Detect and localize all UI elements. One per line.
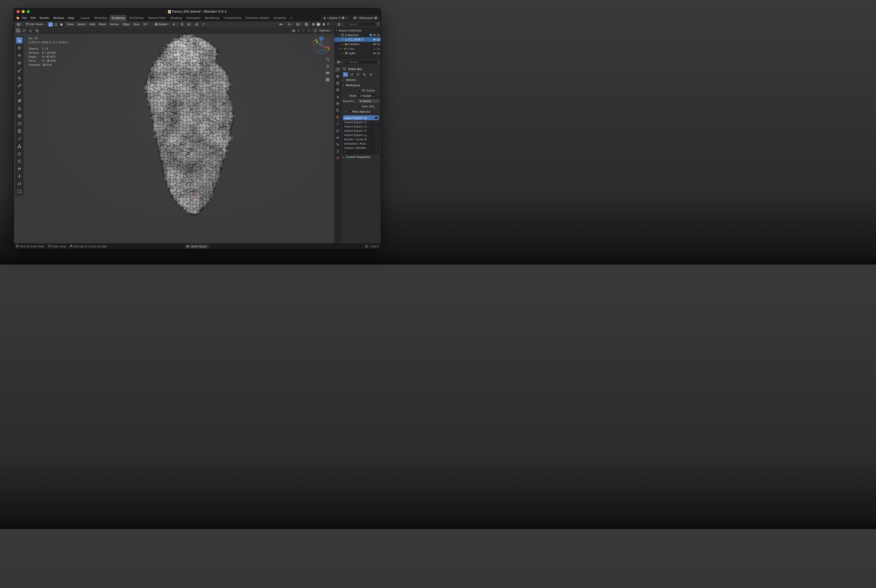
gizmo-neg-y-axis[interactable] [325,48,328,51]
expander-icon[interactable]: ▸ [341,52,344,54]
proportional-edit-toggle[interactable] [194,22,200,27]
proportional-falloff-dropdown[interactable]: ▾ [200,22,208,27]
pivot-point-dropdown[interactable]: ▾ [171,22,179,27]
workspace-mode-dropdown[interactable]: Sculpt ... ▾ [358,94,380,98]
particles-tab[interactable] [335,128,341,133]
edge-slide-tool[interactable] [16,165,23,172]
render-camera-icon[interactable] [377,43,380,45]
mode-dropdown[interactable]: Edit Mode ▾ [24,22,47,27]
anim-player-indicator[interactable]: Anim Player [185,244,210,249]
addon-row[interactable]: System: Blender ... [343,146,379,150]
spin-tool[interactable] [16,150,23,157]
modifier-tab[interactable] [335,122,341,126]
addon-checkbox[interactable] [375,117,377,119]
xray-toggle[interactable] [304,22,309,27]
object-data-tab[interactable] [335,148,341,154]
tool-mode-invert-button[interactable] [362,72,367,77]
select-box-tool[interactable] [16,37,23,44]
measure-tool[interactable] [16,90,23,96]
menu-vertex[interactable]: Vertex [108,22,120,27]
properties-search-input[interactable] [349,60,376,63]
world-tab[interactable] [335,101,341,106]
options-panel-header[interactable]: ▸ Options :::: [342,77,380,82]
gizmos-dropdown[interactable]: ▾ [286,22,294,27]
transform-orientation-dropdown[interactable]: Global ▾ [153,22,170,27]
expander-icon[interactable]: ▸ [341,43,344,45]
filter-addons-header[interactable]: ▾ Filter Add-ons [342,109,380,114]
shrink-fatten-tool[interactable] [16,173,23,180]
outliner-row-cube[interactable]: ▸ Cube [335,46,381,51]
menu-face[interactable]: Face [132,22,141,27]
scale-tool[interactable] [16,67,23,74]
workspace-tab-animation[interactable]: Animation [184,15,203,21]
snap-settings-dropdown[interactable]: ▾ [186,22,193,27]
knife-tool[interactable] [16,135,23,142]
panel-grip[interactable]: :::: [376,84,380,86]
constraints-tab[interactable] [335,142,341,147]
extrude-region-tool[interactable] [16,105,23,112]
pan-hand-button[interactable] [325,64,330,68]
loop-cut-tool[interactable] [16,128,23,134]
stop-player-icon[interactable] [186,244,189,248]
tool-mode-new-button[interactable] [343,72,348,77]
cursor-tool[interactable] [16,45,23,51]
edge-select-mode-button[interactable] [53,22,59,27]
hide-eye-icon[interactable] [373,39,376,41]
overlays-dropdown[interactable]: ▾ [295,22,303,27]
shading-material-button[interactable] [321,22,326,27]
menu-add[interactable]: Add [88,22,96,27]
pin-icon[interactable] [338,16,341,19]
pin-scene-checkbox[interactable] [358,89,361,92]
addon-row[interactable]: Import-Export: g... [343,133,379,137]
object-tab[interactable] [335,115,341,120]
add-cube-tool[interactable] [16,98,23,104]
menu-edge[interactable]: Edge [121,22,131,27]
addon-checkbox[interactable] [375,134,377,136]
addon-row[interactable]: Import-Export: S... [343,120,379,124]
physics-tab[interactable] [335,135,341,140]
menu-window[interactable]: Window [51,16,66,20]
addon-checkbox[interactable] [375,147,377,149]
workspace-tab-uv-editing[interactable]: UV Editing [127,15,146,21]
addon-checkbox[interactable] [375,142,377,145]
addon-checkbox[interactable] [375,125,377,128]
outliner-row-light[interactable]: ▸ Light [335,51,381,56]
outliner-search-input[interactable] [349,22,374,26]
vertex-select-mode-button[interactable] [48,22,53,27]
hide-eye-icon[interactable] [373,34,376,36]
select-mode-extend-button[interactable] [22,28,27,33]
expander-icon[interactable]: ▾ [338,34,341,36]
panel-expander-icon[interactable]: ▸ [342,156,345,158]
bevel-tool[interactable] [16,120,23,127]
panel-grip[interactable]: :::: [376,79,380,81]
render-tab[interactable] [335,74,341,79]
addon-row[interactable]: Animation: Pose ... [343,141,379,146]
ortho-grid-button[interactable] [325,77,330,82]
render-camera-icon[interactable] [377,39,380,41]
tool-mode-intersect-button[interactable] [368,72,373,77]
menu-uv[interactable]: UV [142,22,149,27]
panel-expander-icon[interactable]: ▾ [342,84,345,86]
workspace-tab-shading[interactable]: Shading [168,15,184,21]
face-select-mode-button[interactable] [59,22,64,27]
outliner-row-scene-collection[interactable]: ▾ Scene Collection [335,28,381,33]
addon-row[interactable]: Import-Export: B... [343,116,379,120]
viewlayer-selector[interactable]: ▾ ViewLayer [352,16,379,20]
shear-tool[interactable] [16,181,23,187]
tool-mode-subtract-button[interactable] [356,72,361,77]
mirror-y-button[interactable]: Y [302,28,306,33]
select-mode-subtract-button[interactable] [28,28,33,33]
close-window-button[interactable] [17,10,20,13]
menu-edit[interactable]: Edit [29,16,37,20]
panel-expander-icon[interactable]: ▾ [344,111,347,113]
render-camera-icon[interactable] [377,34,380,36]
active-tool-row[interactable]: Select Box [342,66,380,72]
add-workspace-tab[interactable]: + [288,15,295,21]
snap-options-icon[interactable] [314,29,317,32]
rotate-tool[interactable] [16,60,23,66]
annotate-tool[interactable] [16,82,23,89]
hide-eye-icon[interactable] [373,52,376,54]
scene-tab[interactable] [335,94,341,99]
move-tool[interactable] [16,52,23,59]
shading-rendered-button[interactable] [326,22,331,27]
